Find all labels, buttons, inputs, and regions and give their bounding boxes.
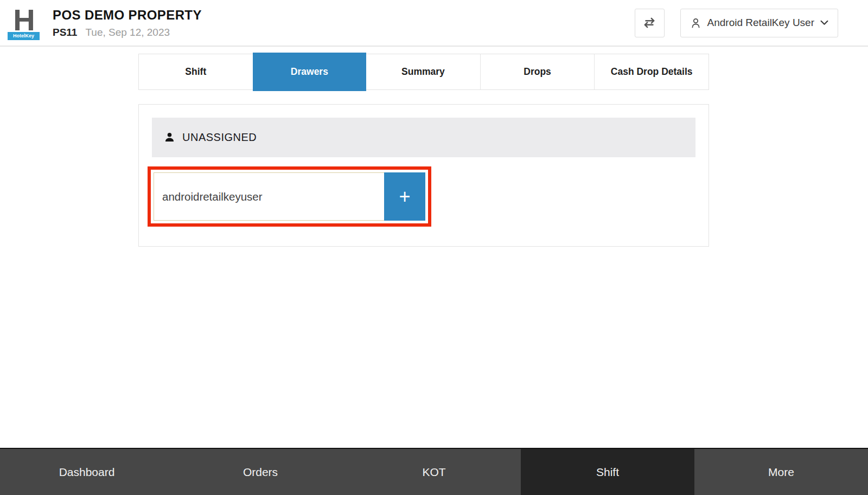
person-outline-icon: [690, 17, 701, 29]
tab-drops[interactable]: Drops: [480, 54, 595, 89]
pos-app-screen: H HotelKey POS DEMO PROPERTY PS11 Tue, S…: [0, 0, 868, 495]
tab-drawers[interactable]: Drawers: [253, 53, 367, 91]
nav-item-more[interactable]: More: [694, 449, 868, 495]
header-subrow: PS11 Tue, Sep 12, 2023: [53, 27, 202, 38]
unassigned-section-header: UNASSIGNED: [152, 118, 695, 157]
property-title: POS DEMO PROPERTY: [53, 8, 202, 23]
drawers-panel: UNASSIGNED +: [138, 104, 709, 247]
shift-tabbar: Shift Drawers Summary Drops Cash Drop De…: [138, 54, 709, 90]
swap-terminal-button[interactable]: [635, 9, 665, 37]
header-text: POS DEMO PROPERTY PS11 Tue, Sep 12, 2023: [53, 8, 202, 38]
hotelkey-logo-letter: H: [8, 7, 40, 34]
tab-cash-drop-details[interactable]: Cash Drop Details: [594, 54, 709, 89]
add-drawer-button[interactable]: +: [384, 172, 425, 221]
business-date: Tue, Sep 12, 2023: [85, 27, 170, 38]
tab-summary[interactable]: Summary: [366, 54, 480, 89]
assign-drawer-row: +: [154, 172, 425, 221]
unassigned-section-title: UNASSIGNED: [182, 131, 257, 144]
swap-horizontal-icon: [642, 15, 657, 30]
hotelkey-logo-banner: HotelKey: [8, 32, 40, 40]
plus-icon: +: [399, 187, 410, 207]
hotelkey-logo: H HotelKey: [8, 7, 40, 40]
drawer-user-input[interactable]: [154, 172, 384, 221]
tab-shift[interactable]: Shift: [139, 54, 253, 89]
bottom-nav: Dashboard Orders KOT Shift More: [0, 448, 868, 495]
app-header: H HotelKey POS DEMO PROPERTY PS11 Tue, S…: [0, 0, 868, 47]
terminal-id: PS11: [53, 27, 77, 38]
header-actions: Android RetailKey User: [635, 9, 838, 37]
nav-item-shift[interactable]: Shift: [521, 449, 694, 495]
person-filled-icon: [164, 132, 175, 143]
user-menu-button[interactable]: Android RetailKey User: [680, 9, 838, 37]
nav-item-kot[interactable]: KOT: [347, 449, 521, 495]
nav-item-dashboard[interactable]: Dashboard: [0, 449, 174, 495]
annotation-highlight-box: +: [148, 166, 431, 227]
user-menu-label: Android RetailKey User: [707, 17, 814, 29]
chevron-down-icon: [820, 20, 828, 25]
nav-item-orders[interactable]: Orders: [174, 449, 347, 495]
